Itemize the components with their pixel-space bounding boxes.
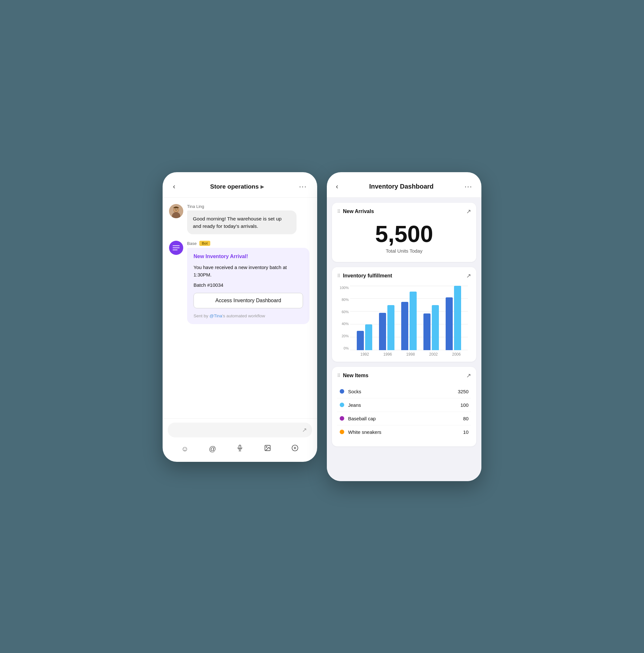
bot-name: Base — [187, 241, 197, 246]
new-items-title-row: ⠿ New Items — [337, 373, 368, 379]
chart-area: 100% 80% 60% 40% 20% 0% — [350, 286, 468, 350]
chat-title-area: Store operations ▶ — [210, 183, 264, 190]
new-items-expand-button[interactable]: ↗ — [466, 372, 471, 379]
avatar-image — [169, 204, 183, 218]
expand-icon[interactable]: ↗ — [302, 427, 307, 434]
user-message-content: Tina Ling Good morning! The warehouse is… — [187, 204, 297, 235]
bot-message-content: Base Bot New Inventory Arrival! You have… — [187, 241, 311, 324]
dashboard-title: Inventory Dashboard — [369, 183, 433, 190]
emoji-button[interactable]: ☺ — [179, 442, 190, 455]
svg-point-5 — [177, 208, 178, 209]
dashboard-screen: ‹ Inventory Dashboard ··· ⠿ New Arrivals… — [327, 172, 481, 481]
message-input-box: ↗ — [168, 422, 312, 437]
dark-bar — [401, 302, 408, 350]
dark-bar — [423, 313, 431, 350]
light-bar — [454, 286, 461, 350]
bot-bubble-title: New Inventory Arrival! — [193, 253, 303, 259]
image-button[interactable] — [262, 442, 273, 455]
bot-badge: Bot — [199, 241, 210, 246]
user-message-row: Tina Ling Good morning! The warehouse is… — [169, 204, 311, 235]
dark-bar — [446, 297, 453, 350]
card-title-row: ⠿ New Arrivals — [337, 209, 374, 214]
dashboard-back-button[interactable]: ‹ — [335, 181, 339, 192]
item-count: 3250 — [458, 389, 468, 394]
x-label: 1996 — [383, 352, 392, 357]
new-items-card: ⠿ New Items ↗ Socks3250Jeans100Baseball … — [332, 367, 476, 446]
bot-bubble-body1: You have received a new inventory batch … — [193, 264, 303, 279]
access-dashboard-button[interactable]: Access Inventory Dashboard — [193, 293, 303, 308]
new-items-drag-icon: ⠿ — [337, 373, 340, 378]
bars-container — [350, 286, 468, 350]
bot-footer: Sent by @Tina's automated workflow — [193, 313, 303, 318]
fulfillment-expand-button[interactable]: ↗ — [466, 272, 471, 280]
dashboard-more-button[interactable]: ··· — [463, 181, 474, 192]
svg-rect-6 — [172, 245, 180, 246]
channel-title: Store operations — [210, 183, 259, 190]
items-list: Socks3250Jeans100Baseball cap80White sne… — [337, 382, 471, 441]
add-button[interactable] — [290, 442, 300, 455]
avatar — [169, 204, 183, 218]
x-axis-labels: 19921996199820022006 — [337, 350, 471, 357]
x-label: 1998 — [406, 352, 415, 357]
light-bar — [365, 324, 372, 350]
back-button[interactable]: ‹ — [171, 181, 177, 192]
item-dot — [340, 403, 344, 407]
dark-bar — [379, 313, 386, 350]
fulfillment-card-title-row: ⠿ Inventory fulfillment — [337, 273, 392, 279]
bot-bubble: New Inventory Arrival! You have received… — [187, 248, 309, 324]
list-item: Jeans100 — [337, 398, 471, 412]
bot-label-row: Base Bot — [187, 241, 311, 246]
more-options-button[interactable]: ··· — [298, 181, 308, 192]
new-arrivals-title: New Arrivals — [343, 209, 374, 214]
message-input[interactable] — [173, 427, 302, 433]
x-label: 2002 — [429, 352, 438, 357]
chat-input-area: ↗ ☺ @ — [163, 418, 317, 462]
light-bar — [410, 292, 417, 350]
arrivals-number: 5,500 — [337, 218, 471, 248]
bar-group — [357, 324, 372, 350]
mention-button[interactable]: @ — [207, 442, 218, 455]
new-arrivals-card: ⠿ New Arrivals ↗ 5,500 Total Units Today — [332, 203, 476, 262]
item-dot — [340, 430, 344, 434]
fulfillment-card: ⠿ Inventory fulfillment ↗ 100% 80% 60% 4… — [332, 267, 476, 362]
toolbar-icons: ☺ @ — [168, 441, 312, 458]
item-name: Baseball cap — [348, 416, 376, 421]
list-item: Baseball cap80 — [337, 412, 471, 426]
svg-rect-7 — [172, 247, 180, 248]
user-message-bubble: Good morning! The warehouse is set up an… — [187, 211, 297, 235]
item-name: Jeans — [348, 402, 361, 408]
drag-handle-icon: ⠿ — [337, 209, 340, 214]
dark-bar — [357, 331, 364, 350]
fulfillment-drag-icon: ⠿ — [337, 273, 340, 279]
new-arrivals-card-header: ⠿ New Arrivals ↗ — [337, 208, 471, 215]
item-dot — [340, 416, 344, 421]
new-arrivals-expand-button[interactable]: ↗ — [466, 208, 471, 215]
dashboard-header: ‹ Inventory Dashboard ··· — [327, 172, 481, 198]
svg-rect-8 — [172, 249, 178, 250]
svg-point-4 — [175, 208, 176, 209]
bar-group — [446, 286, 461, 350]
x-label: 2006 — [452, 352, 461, 357]
light-bar — [432, 305, 439, 350]
list-item: Socks3250 — [337, 385, 471, 398]
item-name: Socks — [348, 389, 361, 394]
light-bar — [387, 305, 394, 350]
chat-header: ‹ Store operations ▶ ··· — [163, 172, 317, 198]
item-count: 100 — [460, 402, 468, 408]
fulfillment-chart: 100% 80% 60% 40% 20% 0% — [337, 283, 471, 357]
x-label: 1992 — [360, 352, 369, 357]
user-name: Tina Ling — [187, 204, 297, 209]
bar-group — [401, 292, 417, 350]
chat-body: Tina Ling Good morning! The warehouse is… — [163, 198, 317, 418]
item-name: White sneakers — [348, 429, 381, 435]
dashboard-body: ⠿ New Arrivals ↗ 5,500 Total Units Today… — [327, 198, 481, 481]
arrivals-label: Total Units Today — [337, 248, 471, 257]
svg-point-3 — [174, 207, 178, 212]
new-items-card-header: ⠿ New Items ↗ — [337, 372, 471, 379]
item-count: 10 — [463, 429, 468, 435]
mic-button[interactable] — [234, 442, 245, 455]
item-count: 80 — [463, 416, 468, 421]
mention-link[interactable]: @Tina — [210, 313, 222, 318]
fulfillment-title: Inventory fulfillment — [343, 273, 392, 279]
chat-screen: ‹ Store operations ▶ ··· — [163, 172, 317, 462]
